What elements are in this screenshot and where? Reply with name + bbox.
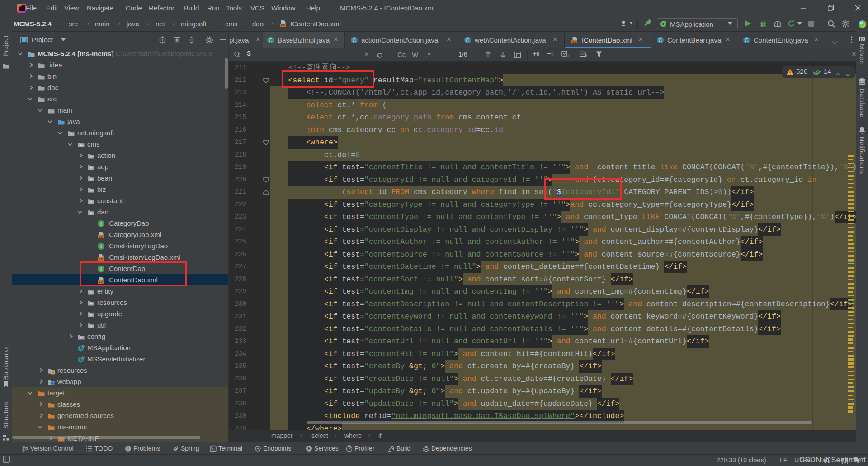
svg-text:C: C <box>659 38 662 43</box>
svg-text:C: C <box>466 38 470 43</box>
svg-text:C: C <box>745 38 749 43</box>
svg-text:<>: <> <box>572 40 576 44</box>
svg-text:C: C <box>269 38 273 43</box>
svg-text:II: II <box>566 54 569 58</box>
svg-text:I: I <box>100 243 102 249</box>
svg-text:<>: <> <box>98 234 103 239</box>
svg-text:C: C <box>353 38 356 43</box>
svg-text:<>: <> <box>280 24 285 28</box>
svg-text:I: I <box>100 221 102 226</box>
